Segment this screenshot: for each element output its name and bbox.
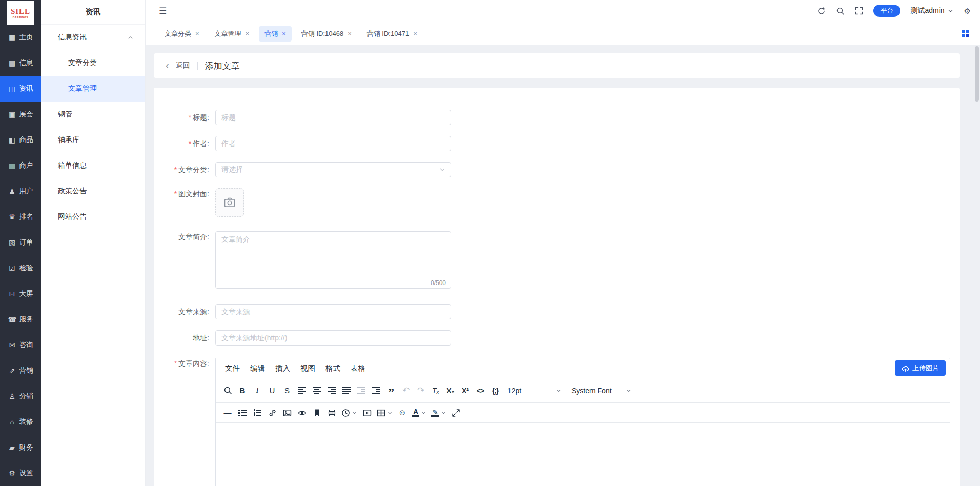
horizontal-rule-icon[interactable]: — xyxy=(221,406,234,419)
rail-item-big-screen[interactable]: ⊡大屏 xyxy=(0,281,41,307)
collapse-menu-icon[interactable]: ☰ xyxy=(159,6,167,16)
tab-1[interactable]: 文章管理× xyxy=(209,26,255,42)
underline-icon[interactable]: U xyxy=(266,384,279,397)
rail-item-home[interactable]: ▦主页 xyxy=(0,25,41,50)
source-input[interactable] xyxy=(215,304,451,319)
italic-icon[interactable]: I xyxy=(251,384,264,397)
bold-icon[interactable]: B xyxy=(236,384,249,397)
title-input[interactable] xyxy=(215,110,451,125)
link-icon[interactable] xyxy=(266,406,279,419)
platform-badge[interactable]: 平台 xyxy=(873,5,900,17)
editor-menu-2[interactable]: 插入 xyxy=(270,363,295,373)
tab-0[interactable]: 文章分类× xyxy=(159,26,205,42)
rail-item-settings[interactable]: ⚙设置 xyxy=(0,460,41,486)
numbered-list-icon[interactable] xyxy=(251,406,264,419)
url-input[interactable] xyxy=(215,330,451,346)
scrollbar-thumb[interactable] xyxy=(975,46,979,102)
font-size-dropdown[interactable]: 12pt xyxy=(503,384,566,397)
rail-item-orders[interactable]: ▧订单 xyxy=(0,230,41,255)
rail-item-finance[interactable]: ▰财务 xyxy=(0,435,41,460)
upload-image-button[interactable]: 上传图片 xyxy=(895,360,946,376)
search-icon[interactable] xyxy=(836,7,845,15)
align-left-icon[interactable] xyxy=(295,384,309,397)
editor-menu-1[interactable]: 编辑 xyxy=(245,363,270,373)
bullet-list-icon[interactable] xyxy=(236,406,249,419)
page-break-icon[interactable] xyxy=(325,406,338,419)
subscript-icon[interactable]: X₂ xyxy=(444,384,457,397)
submenu-item-policy-notice[interactable]: 政策公告 xyxy=(41,178,145,204)
editor-menu-5[interactable]: 表格 xyxy=(345,363,371,373)
code-icon[interactable]: <> xyxy=(474,384,487,397)
rail-item-marketing[interactable]: ⇗营销 xyxy=(0,358,41,383)
rail-item-user[interactable]: ♟用户 xyxy=(0,178,41,204)
superscript-icon[interactable]: X² xyxy=(459,384,472,397)
bookmark-icon[interactable] xyxy=(310,406,323,419)
rail-item-consult[interactable]: ✉咨询 xyxy=(0,332,41,358)
rail-item-decoration[interactable]: ⌂装修 xyxy=(0,409,41,435)
chevron-left-icon[interactable]: ‹ xyxy=(166,60,169,70)
rail-item-service[interactable]: ☎服务 xyxy=(0,307,41,332)
rail-item-exhibition[interactable]: ▣展会 xyxy=(0,102,41,127)
rail-item-news[interactable]: ◫资讯 xyxy=(0,76,41,102)
undo-icon[interactable]: ↶ xyxy=(399,384,413,397)
code-block-icon[interactable]: {;} xyxy=(488,384,502,397)
align-center-icon[interactable] xyxy=(310,384,323,397)
refresh-icon[interactable] xyxy=(817,7,826,15)
strikethrough-icon[interactable]: S xyxy=(280,384,294,397)
insert-datetime-icon[interactable] xyxy=(340,406,359,419)
rail-item-merchant[interactable]: ▥商户 xyxy=(0,153,41,178)
preview-icon[interactable] xyxy=(295,406,309,419)
close-icon[interactable]: × xyxy=(246,30,250,37)
align-right-icon[interactable] xyxy=(325,384,338,397)
brand-logo[interactable]: SILL BEARINGS xyxy=(7,1,34,25)
highlight-icon[interactable]: ✎ xyxy=(430,406,448,419)
close-icon[interactable]: × xyxy=(413,30,417,37)
submenu-item-info-news-group[interactable]: 信息资讯 xyxy=(41,25,145,50)
cover-upload-button[interactable] xyxy=(215,188,244,217)
indent-icon[interactable] xyxy=(370,384,383,397)
fullscreen-icon[interactable] xyxy=(855,7,863,15)
outdent-icon[interactable] xyxy=(355,384,368,397)
image-icon[interactable] xyxy=(280,406,294,419)
editor-menu-0[interactable]: 文件 xyxy=(220,363,245,373)
submenu-item-article-management[interactable]: 文章管理 xyxy=(41,76,145,102)
emoticons-icon[interactable]: ☺ xyxy=(396,406,409,419)
submenu-item-website-notice[interactable]: 网站公告 xyxy=(41,204,145,230)
clear-format-icon[interactable]: Tₓ xyxy=(429,384,442,397)
align-justify-icon[interactable] xyxy=(340,384,353,397)
close-icon[interactable]: × xyxy=(282,30,286,37)
author-input[interactable] xyxy=(215,136,451,151)
table-icon[interactable] xyxy=(375,406,394,419)
rail-item-goods[interactable]: ◧商品 xyxy=(0,127,41,153)
search-icon[interactable] xyxy=(221,384,234,397)
close-icon[interactable]: × xyxy=(195,30,199,37)
rail-item-distribution[interactable]: ♙分销 xyxy=(0,383,41,409)
editor-content-area[interactable] xyxy=(216,423,950,486)
rail-item-ranking[interactable]: ♛排名 xyxy=(0,204,41,230)
gear-icon[interactable]: ⚙ xyxy=(964,7,971,15)
tab-4[interactable]: 营销 ID:10471× xyxy=(361,26,423,42)
fullscreen-icon[interactable] xyxy=(450,406,463,419)
tab-options-grid-icon[interactable] xyxy=(962,30,969,37)
user-menu[interactable]: 测试admin xyxy=(910,6,953,15)
editor-menu-4[interactable]: 格式 xyxy=(320,363,345,373)
strikethrough-glyph: S xyxy=(284,386,290,395)
submenu-item-bearing-library[interactable]: 轴承库 xyxy=(41,127,145,153)
submenu-item-article-category[interactable]: 文章分类 xyxy=(41,50,145,76)
rail-item-info[interactable]: ▤信息 xyxy=(0,50,41,76)
tab-2[interactable]: 营销× xyxy=(259,26,292,42)
media-icon[interactable] xyxy=(360,406,374,419)
submenu-item-steel-pipe[interactable]: 钢管 xyxy=(41,102,145,127)
summary-textarea[interactable] xyxy=(215,231,451,289)
rail-item-inspection[interactable]: ☑检验 xyxy=(0,255,41,281)
font-family-dropdown[interactable]: System Font xyxy=(567,384,636,397)
back-button[interactable]: 返回 xyxy=(176,61,190,70)
tab-3[interactable]: 营销 ID:10468× xyxy=(296,26,357,42)
redo-icon[interactable]: ↷ xyxy=(414,384,427,397)
category-select[interactable]: 请选择 xyxy=(215,162,451,177)
editor-menu-3[interactable]: 视图 xyxy=(295,363,320,373)
submenu-item-packing-info[interactable]: 箱单信息 xyxy=(41,153,145,178)
text-color-icon[interactable]: A xyxy=(411,406,428,419)
close-icon[interactable]: × xyxy=(348,30,352,37)
blockquote-icon[interactable]: ” xyxy=(384,384,398,397)
